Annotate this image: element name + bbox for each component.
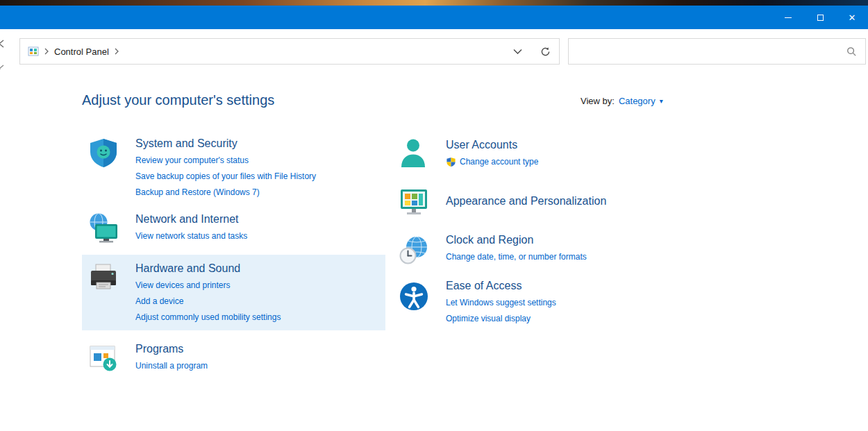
category-title-user-accounts[interactable]: User Accounts	[446, 139, 538, 151]
address-dropdown-button[interactable]	[503, 39, 531, 64]
network-and-internet-icon[interactable]	[87, 212, 120, 245]
link-change-date-time-formats[interactable]: Change date, time, or number formats	[446, 249, 587, 265]
link-adjust-mobility-settings[interactable]: Adjust commonly used mobility settings	[135, 310, 281, 326]
link-view-network-status[interactable]: View network status and tasks	[135, 228, 247, 244]
search-box[interactable]	[568, 38, 866, 65]
hardware-and-sound-icon[interactable]	[87, 261, 120, 294]
category-title-programs[interactable]: Programs	[135, 343, 208, 355]
view-by-category-dropdown[interactable]: Category	[619, 96, 656, 106]
clock-and-region-icon[interactable]	[397, 234, 431, 267]
programs-icon[interactable]	[87, 341, 120, 375]
minimize-button[interactable]	[772, 6, 804, 29]
link-add-a-device[interactable]: Add a device	[135, 294, 281, 310]
close-icon: ✕	[849, 13, 856, 22]
category-column-left: System and Security Review your computer…	[82, 135, 385, 384]
category-title-network-and-internet[interactable]: Network and Internet	[135, 213, 247, 226]
breadcrumb-control-panel[interactable]: Control Panel	[54, 47, 109, 57]
category-network-and-internet: Network and Internet View network status…	[82, 210, 385, 245]
window-title-bar: ✕	[0, 6, 868, 29]
breadcrumb-chevron-icon[interactable]	[44, 47, 49, 56]
system-and-security-icon[interactable]	[87, 136, 120, 169]
chevron-down-icon	[513, 49, 522, 55]
category-clock-and-region: Clock and Region Change date, time, or n…	[392, 233, 809, 267]
view-by-control: View by: Category ▾	[581, 96, 663, 106]
link-change-account-type-label: Change account type	[460, 154, 538, 170]
chevron-down-icon[interactable]: ▾	[660, 97, 663, 105]
user-accounts-icon[interactable]	[397, 136, 431, 169]
maximize-button[interactable]	[804, 6, 836, 29]
breadcrumb-chevron-icon[interactable]	[114, 47, 119, 56]
view-by-label: View by:	[581, 96, 615, 106]
link-review-computer-status[interactable]: Review your computer's status	[135, 153, 316, 169]
category-user-accounts: User Accounts Change account type	[392, 135, 809, 170]
category-title-clock-and-region[interactable]: Clock and Region	[446, 234, 587, 246]
category-hardware-and-sound: Hardware and Sound View devices and prin…	[82, 255, 385, 330]
refresh-icon	[540, 47, 551, 57]
link-uninstall-a-program[interactable]: Uninstall a program	[135, 358, 208, 374]
minimize-icon	[785, 17, 792, 18]
link-file-history-backup[interactable]: Save backup copies of your files with Fi…	[135, 169, 316, 185]
control-panel-home: Adjust your computer's settings View by:…	[0, 69, 868, 431]
category-title-appearance-and-personalization[interactable]: Appearance and Personalization	[446, 195, 606, 208]
category-system-and-security: System and Security Review your computer…	[82, 135, 385, 201]
link-change-account-type[interactable]: Change account type	[446, 154, 538, 170]
link-optimize-visual-display[interactable]: Optimize visual display	[446, 311, 556, 327]
refresh-button[interactable]	[531, 39, 559, 64]
category-title-ease-of-access[interactable]: Ease of Access	[446, 280, 556, 292]
category-appearance-and-personalization: Appearance and Personalization	[392, 184, 809, 219]
ease-of-access-icon[interactable]	[397, 280, 431, 313]
category-programs: Programs Uninstall a program	[82, 340, 385, 375]
window-controls: ✕	[772, 6, 868, 29]
search-input[interactable]	[569, 39, 846, 64]
appearance-and-personalization-icon[interactable]	[397, 185, 431, 219]
search-icon[interactable]	[846, 47, 857, 57]
category-ease-of-access: Ease of Access Let Windows suggest setti…	[392, 278, 809, 327]
navigation-toolbar: Control Panel	[0, 29, 868, 69]
control-panel-icon[interactable]	[28, 46, 39, 57]
uac-shield-icon	[446, 157, 456, 167]
address-bar[interactable]: Control Panel	[19, 38, 560, 65]
category-title-hardware-and-sound[interactable]: Hardware and Sound	[135, 262, 281, 275]
category-title-system-and-security[interactable]: System and Security	[135, 137, 316, 150]
link-view-devices-and-printers[interactable]: View devices and printers	[135, 278, 281, 294]
back-button-partial[interactable]	[0, 39, 5, 49]
link-let-windows-suggest-settings[interactable]: Let Windows suggest settings	[446, 295, 556, 311]
maximize-icon	[817, 15, 824, 21]
link-backup-restore-windows7[interactable]: Backup and Restore (Windows 7)	[135, 185, 316, 201]
close-button[interactable]: ✕	[836, 6, 868, 29]
page-title: Adjust your computer's settings	[82, 92, 274, 108]
desktop-background-strip	[0, 0, 868, 6]
category-column-right: User Accounts Change account type	[392, 135, 809, 337]
